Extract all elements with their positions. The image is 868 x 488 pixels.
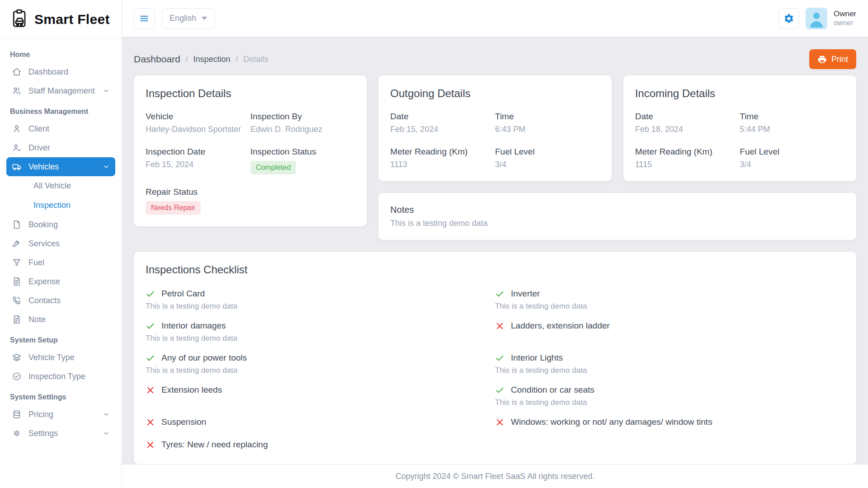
- avatar[interactable]: [806, 8, 827, 29]
- sidebar-item-label: Inspection Type: [28, 372, 85, 381]
- field-label: Time: [740, 112, 844, 122]
- nav-section-business: Business Management: [6, 100, 115, 119]
- sidebar-item-dashboard[interactable]: Dashboard: [6, 62, 115, 81]
- field-incoming-fuel: Fuel Level 3/4: [740, 147, 844, 169]
- inspection-details-card: Inspection Details Vehicle Harley-Davids…: [134, 75, 367, 226]
- check-icon: [495, 385, 505, 395]
- field-label: Repair Status: [146, 187, 250, 197]
- person-icon: [12, 124, 22, 134]
- sidebar-item-vehicle-type[interactable]: Vehicle Type: [6, 348, 115, 367]
- sidebar-item-client[interactable]: Client: [6, 119, 115, 138]
- language-dropdown[interactable]: English: [162, 8, 215, 29]
- truck-icon: [12, 162, 22, 172]
- notes-text: This is a testing demo data: [390, 219, 844, 228]
- notes-title: Notes: [390, 205, 844, 215]
- copyright-text: Copyright 2024 © Smart Fleet SaaS All ri…: [396, 472, 594, 481]
- sidebar-item-contacts[interactable]: Contacts: [6, 291, 115, 310]
- topbar-right: Owner owner: [778, 8, 856, 29]
- field-outgoing-date: Date Feb 15, 2024: [390, 112, 495, 134]
- sidebar-item-label: Services: [28, 239, 60, 249]
- breadcrumb-separator: /: [186, 55, 188, 64]
- breadcrumb-separator: /: [236, 55, 238, 64]
- sidebar-item-label: Vehicles: [28, 162, 59, 172]
- printer-icon: [817, 55, 827, 64]
- check-icon: [146, 321, 155, 331]
- breadcrumb-details: Details: [243, 55, 268, 64]
- field-incoming-time: Time 5:44 PM: [740, 112, 844, 134]
- x-icon: [495, 418, 505, 427]
- sidebar-item-inspection-type[interactable]: Inspection Type: [6, 367, 115, 386]
- checklist-item-label: Ladders, extension ladder: [511, 321, 610, 331]
- menu-toggle-button[interactable]: [134, 8, 155, 29]
- breadcrumb-inspection[interactable]: Inspection: [193, 55, 230, 64]
- check-icon: [146, 353, 155, 363]
- language-label: English: [170, 14, 196, 23]
- sidebar-item-note[interactable]: Note: [6, 310, 115, 329]
- app-root: Smart Fleet Home Dashboard Staff Managem…: [0, 0, 868, 488]
- field-label: Fuel Level: [740, 147, 844, 157]
- chevron-down-icon: [103, 163, 110, 170]
- field-value: Edwin D. Rodriguez: [250, 125, 355, 134]
- field-label: Vehicle: [146, 112, 250, 122]
- checklist-item-label: Extension leeds: [161, 385, 222, 395]
- user-meta: Owner owner: [834, 9, 856, 28]
- field-vehicle: Vehicle Harley-Davidson Sportster: [146, 112, 250, 134]
- field-label: Inspection By: [250, 112, 355, 122]
- phone-icon: [12, 296, 22, 305]
- checklist-item: Petrol CardThis is a testing demo data: [146, 289, 495, 311]
- checklist-item: Tyres: New / need replacing: [146, 440, 495, 452]
- field-label: Date: [390, 112, 495, 122]
- field-value: 6:43 PM: [495, 125, 600, 134]
- breadcrumb-dashboard[interactable]: Dashboard: [134, 54, 180, 65]
- check-icon: [495, 353, 505, 363]
- checklist-item-label: Petrol Card: [161, 289, 205, 299]
- checklist-item-note: This is a testing demo data: [146, 302, 495, 311]
- nav-section-system-settings: System Settings: [6, 386, 115, 405]
- field-label: Fuel Level: [495, 147, 600, 157]
- sidebar-item-staff-management[interactable]: Staff Management: [6, 81, 115, 100]
- nav-section-system-setup: System Setup: [6, 329, 115, 348]
- outgoing-details-card: Outgoing Details Date Feb 15, 2024 Time …: [378, 75, 611, 181]
- checklist-item: Windows: working or not/ any damages/ wi…: [495, 417, 844, 430]
- checklist-item-label: Inverter: [511, 289, 540, 299]
- checklist-item: Suspension: [146, 417, 495, 430]
- sidebar-item-fuel[interactable]: Fuel: [6, 253, 115, 272]
- sidebar-subitem-all-vehicle[interactable]: All Vehicle: [6, 176, 115, 196]
- field-value: Harley-Davidson Sportster: [146, 125, 250, 134]
- sidebar-item-label: Vehicle Type: [28, 353, 75, 362]
- field-value: 3/4: [495, 160, 600, 169]
- checklist-grid: Petrol CardThis is a testing demo dataIn…: [146, 289, 844, 452]
- checklist-title: Inspections Checklist: [146, 263, 844, 276]
- sidebar-item-pricing[interactable]: Pricing: [6, 405, 115, 424]
- layers-icon: [12, 352, 22, 362]
- card-title: Incoming Details: [635, 87, 844, 100]
- gear-icon: [783, 13, 794, 24]
- checklist-item-note: This is a testing demo data: [495, 366, 844, 375]
- brand[interactable]: Smart Fleet: [0, 0, 122, 39]
- print-button-label: Print: [831, 55, 848, 64]
- field-label: Time: [495, 112, 600, 122]
- sidebar-item-label: Contacts: [28, 296, 61, 305]
- sidebar-item-settings[interactable]: Settings: [6, 424, 115, 443]
- settings-button[interactable]: [778, 8, 799, 29]
- nav-section-home: Home: [6, 43, 115, 62]
- sidebar-item-vehicles[interactable]: Vehicles: [6, 157, 115, 176]
- details-cards: Inspection Details Vehicle Harley-Davids…: [134, 75, 856, 240]
- print-button[interactable]: Print: [809, 49, 856, 69]
- field-label: Meter Reading (Km): [390, 147, 495, 157]
- file-icon: [12, 220, 22, 230]
- brand-name: Smart Fleet: [34, 12, 110, 27]
- sidebar-subitem-inspection[interactable]: Inspection: [6, 196, 115, 215]
- sidebar-nav: Home Dashboard Staff Management Business…: [0, 39, 122, 488]
- footer: Copyright 2024 © Smart Fleet SaaS All ri…: [122, 464, 868, 488]
- checklist-item: Any of our power toolsThis is a testing …: [146, 353, 495, 375]
- sidebar-item-driver[interactable]: Driver: [6, 138, 115, 157]
- checklist-item-label: Interior Lights: [511, 353, 563, 363]
- user-avatar-icon: [806, 8, 827, 29]
- checklist-item-label: Tyres: New / need replacing: [161, 440, 268, 450]
- x-icon: [146, 418, 155, 427]
- sidebar-item-booking[interactable]: Booking: [6, 215, 115, 234]
- chevron-down-icon: [103, 411, 110, 418]
- sidebar-item-expense[interactable]: Expense: [6, 272, 115, 291]
- sidebar-item-services[interactable]: Services: [6, 234, 115, 253]
